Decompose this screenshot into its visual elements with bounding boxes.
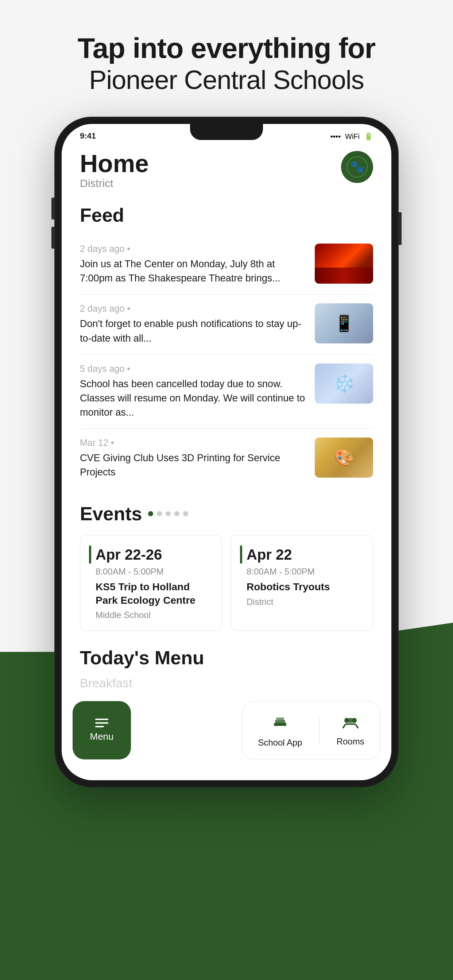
status-time: 9:41 <box>80 131 96 141</box>
rooms-label: Rooms <box>337 737 364 747</box>
feed-item[interactable]: Mar 12 • CVE Giving Club Uses 3D Printin… <box>80 429 373 488</box>
school-logo-icon: 🐾 <box>346 156 368 178</box>
dot-2 <box>157 511 162 516</box>
svg-rect-3 <box>275 720 285 723</box>
school-app-nav-item[interactable]: School App <box>258 713 302 748</box>
event-bar-2 <box>240 546 242 564</box>
feed-image-3: ❄️ <box>315 363 373 404</box>
event-name-1: KS5 Trip to Holland Park Ecology Centre <box>89 581 213 607</box>
school-app-icon <box>271 713 289 735</box>
rooms-nav-item[interactable]: Rooms <box>337 714 364 747</box>
school-app-label: School App <box>258 738 302 748</box>
feed-image-4: 🎨 <box>315 438 373 477</box>
menu-icon <box>95 719 108 727</box>
dot-5 <box>183 511 188 516</box>
event-date-row-1: Apr 22-26 <box>89 546 213 564</box>
phone-screen: 9:41 ▪▪▪▪ WiFi 🔋 Home District <box>62 124 391 780</box>
battery-icon: 🔋 <box>364 132 373 141</box>
event-date-1: Apr 22-26 <box>96 547 162 562</box>
feed-section: Feed 2 days ago • Join us at The Center … <box>80 204 373 488</box>
feed-body-3: School has been cancelled today due to s… <box>80 377 308 420</box>
dot-3 <box>166 511 171 516</box>
power-button <box>398 212 402 245</box>
header-line2: Pioneer Central Schools <box>78 64 375 95</box>
signal-icon: ▪▪▪▪ <box>330 132 341 141</box>
vol-up-button <box>51 197 55 220</box>
feed-body-2: Don't forget to enable push notification… <box>80 317 308 345</box>
feed-title: Feed <box>80 204 373 226</box>
feed-item[interactable]: 2 days ago • Join us at The Center on Mo… <box>80 235 373 294</box>
school-logo[interactable]: 🐾 <box>341 151 373 183</box>
home-subtitle: District <box>80 177 149 189</box>
page-header: Tap into everything for Pioneer Central … <box>48 33 405 95</box>
feed-image-2: 📱 <box>315 303 373 344</box>
rooms-icon <box>341 714 360 733</box>
status-icons: ▪▪▪▪ WiFi 🔋 <box>330 132 373 141</box>
feed-meta-4: Mar 12 • <box>80 438 308 448</box>
dot-1 <box>148 511 153 516</box>
phone-frame: 9:41 ▪▪▪▪ WiFi 🔋 Home District <box>55 118 398 787</box>
feed-item-text: 2 days ago • Don't forget to enable push… <box>80 303 308 345</box>
feed-image-1 <box>315 243 373 284</box>
nav-divider <box>319 716 319 745</box>
menu-preview: Breakfast <box>80 676 373 690</box>
home-title-group: Home District <box>80 151 149 189</box>
event-card-1[interactable]: Apr 22-26 8:00AM - 5:00PM KS5 Trip to Ho… <box>80 535 222 631</box>
header-line1: Tap into everything for <box>78 33 375 64</box>
svg-rect-2 <box>274 723 286 726</box>
feed-body-1: Join us at The Center on Monday, July 8t… <box>80 257 308 285</box>
home-title: Home <box>80 151 149 176</box>
feed-item-text: Mar 12 • CVE Giving Club Uses 3D Printin… <box>80 438 308 479</box>
event-name-2: Robotics Tryouts <box>240 581 364 593</box>
phone-notch <box>190 124 263 140</box>
feed-body-4: CVE Giving Club Uses 3D Printing for Ser… <box>80 451 308 479</box>
home-header: Home District 🐾 <box>80 151 373 189</box>
menu-label: Menu <box>90 731 113 742</box>
events-section: Events <box>80 503 373 631</box>
event-location-1: Middle School <box>89 610 213 620</box>
event-location-2: District <box>240 597 364 607</box>
feed-item-text: 2 days ago • Join us at The Center on Mo… <box>80 243 308 285</box>
events-header: Events <box>80 503 373 525</box>
app-content: Home District 🐾 Feed <box>62 144 391 690</box>
events-dots <box>148 511 188 516</box>
event-card-2[interactable]: Apr 22 8:00AM - 5:00PM Robotics Tryouts … <box>231 535 373 631</box>
event-bar-1 <box>89 546 91 564</box>
dot-4 <box>174 511 179 516</box>
feed-meta-3: 5 days ago • <box>80 363 308 374</box>
menu-section: Today's Menu Breakfast <box>80 647 373 690</box>
event-date-row-2: Apr 22 <box>240 546 364 564</box>
feed-meta-2: 2 days ago • <box>80 303 308 314</box>
nav-group: School App Rooms <box>242 701 380 759</box>
feed-item[interactable]: 2 days ago • Don't forget to enable push… <box>80 294 373 355</box>
feed-item-text: 5 days ago • School has been cancelled t… <box>80 363 308 420</box>
menu-title: Today's Menu <box>80 647 373 669</box>
bottom-nav: Menu School App <box>62 701 391 774</box>
vol-down-button <box>51 227 55 249</box>
feed-item[interactable]: 5 days ago • School has been cancelled t… <box>80 355 373 429</box>
feed-meta-1: 2 days ago • <box>80 243 308 254</box>
events-cards: Apr 22-26 8:00AM - 5:00PM KS5 Trip to Ho… <box>80 535 373 631</box>
event-time-1: 8:00AM - 5:00PM <box>89 566 213 577</box>
svg-text:🐾: 🐾 <box>350 160 364 173</box>
event-time-2: 8:00AM - 5:00PM <box>240 566 364 577</box>
svg-rect-4 <box>276 718 284 720</box>
events-title: Events <box>80 503 142 525</box>
svg-point-7 <box>348 718 353 723</box>
wifi-icon: WiFi <box>345 132 360 141</box>
event-date-2: Apr 22 <box>247 547 292 562</box>
menu-button[interactable]: Menu <box>73 701 131 759</box>
